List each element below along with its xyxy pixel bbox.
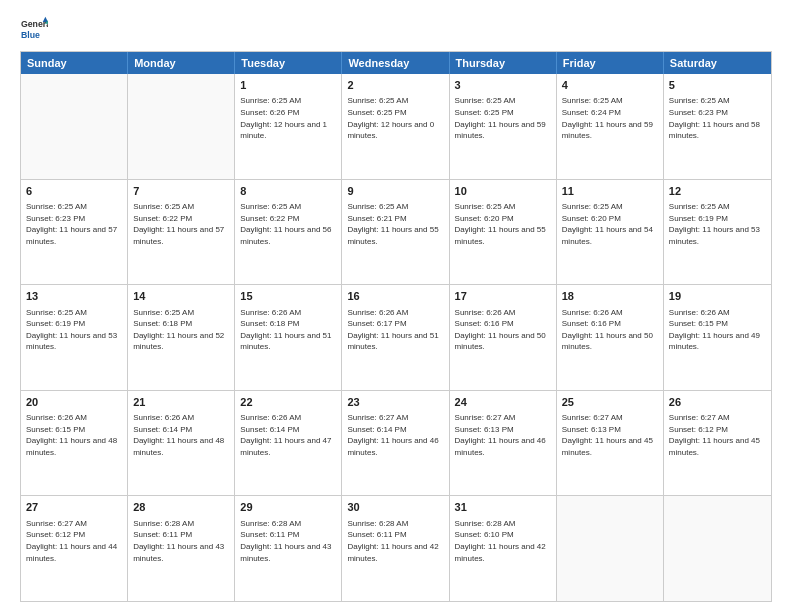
cell-info: Sunrise: 6:28 AMSunset: 6:11 PMDaylight:… (133, 518, 229, 564)
calendar-cell: 13Sunrise: 6:25 AMSunset: 6:19 PMDayligh… (21, 285, 128, 390)
header: General Blue (20, 15, 772, 43)
day-number: 9 (347, 184, 443, 199)
cell-info: Sunrise: 6:25 AMSunset: 6:19 PMDaylight:… (669, 201, 766, 247)
day-number: 1 (240, 78, 336, 93)
calendar-cell: 5Sunrise: 6:25 AMSunset: 6:23 PMDaylight… (664, 74, 771, 179)
calendar-cell: 25Sunrise: 6:27 AMSunset: 6:13 PMDayligh… (557, 391, 664, 496)
header-cell-friday: Friday (557, 52, 664, 74)
cell-info: Sunrise: 6:25 AMSunset: 6:20 PMDaylight:… (455, 201, 551, 247)
day-number: 12 (669, 184, 766, 199)
page: General Blue SundayMondayTuesdayWednesda… (0, 0, 792, 612)
calendar-cell: 8Sunrise: 6:25 AMSunset: 6:22 PMDaylight… (235, 180, 342, 285)
cell-info: Sunrise: 6:25 AMSunset: 6:23 PMDaylight:… (26, 201, 122, 247)
calendar-cell (21, 74, 128, 179)
calendar-cell: 18Sunrise: 6:26 AMSunset: 6:16 PMDayligh… (557, 285, 664, 390)
cell-info: Sunrise: 6:26 AMSunset: 6:17 PMDaylight:… (347, 307, 443, 353)
calendar-cell: 12Sunrise: 6:25 AMSunset: 6:19 PMDayligh… (664, 180, 771, 285)
calendar-row-5: 27Sunrise: 6:27 AMSunset: 6:12 PMDayligh… (21, 496, 771, 601)
calendar-cell: 9Sunrise: 6:25 AMSunset: 6:21 PMDaylight… (342, 180, 449, 285)
day-number: 23 (347, 395, 443, 410)
day-number: 2 (347, 78, 443, 93)
calendar-cell: 3Sunrise: 6:25 AMSunset: 6:25 PMDaylight… (450, 74, 557, 179)
calendar-cell: 14Sunrise: 6:25 AMSunset: 6:18 PMDayligh… (128, 285, 235, 390)
calendar-cell: 30Sunrise: 6:28 AMSunset: 6:11 PMDayligh… (342, 496, 449, 601)
calendar-cell: 1Sunrise: 6:25 AMSunset: 6:26 PMDaylight… (235, 74, 342, 179)
calendar-cell: 10Sunrise: 6:25 AMSunset: 6:20 PMDayligh… (450, 180, 557, 285)
day-number: 20 (26, 395, 122, 410)
day-number: 15 (240, 289, 336, 304)
cell-info: Sunrise: 6:26 AMSunset: 6:16 PMDaylight:… (455, 307, 551, 353)
cell-info: Sunrise: 6:27 AMSunset: 6:12 PMDaylight:… (26, 518, 122, 564)
svg-text:Blue: Blue (21, 30, 40, 40)
cell-info: Sunrise: 6:25 AMSunset: 6:18 PMDaylight:… (133, 307, 229, 353)
calendar-cell: 28Sunrise: 6:28 AMSunset: 6:11 PMDayligh… (128, 496, 235, 601)
calendar-cell: 23Sunrise: 6:27 AMSunset: 6:14 PMDayligh… (342, 391, 449, 496)
day-number: 26 (669, 395, 766, 410)
calendar-cell: 24Sunrise: 6:27 AMSunset: 6:13 PMDayligh… (450, 391, 557, 496)
header-cell-wednesday: Wednesday (342, 52, 449, 74)
cell-info: Sunrise: 6:25 AMSunset: 6:23 PMDaylight:… (669, 95, 766, 141)
day-number: 24 (455, 395, 551, 410)
day-number: 14 (133, 289, 229, 304)
calendar-cell: 11Sunrise: 6:25 AMSunset: 6:20 PMDayligh… (557, 180, 664, 285)
day-number: 25 (562, 395, 658, 410)
day-number: 19 (669, 289, 766, 304)
header-cell-sunday: Sunday (21, 52, 128, 74)
logo: General Blue (20, 15, 48, 43)
calendar-row-1: 1Sunrise: 6:25 AMSunset: 6:26 PMDaylight… (21, 74, 771, 180)
cell-info: Sunrise: 6:25 AMSunset: 6:24 PMDaylight:… (562, 95, 658, 141)
calendar-cell (128, 74, 235, 179)
cell-info: Sunrise: 6:28 AMSunset: 6:10 PMDaylight:… (455, 518, 551, 564)
cell-info: Sunrise: 6:26 AMSunset: 6:15 PMDaylight:… (26, 412, 122, 458)
calendar-row-3: 13Sunrise: 6:25 AMSunset: 6:19 PMDayligh… (21, 285, 771, 391)
day-number: 5 (669, 78, 766, 93)
calendar-cell: 22Sunrise: 6:26 AMSunset: 6:14 PMDayligh… (235, 391, 342, 496)
day-number: 27 (26, 500, 122, 515)
calendar-header: SundayMondayTuesdayWednesdayThursdayFrid… (21, 52, 771, 74)
calendar-cell: 6Sunrise: 6:25 AMSunset: 6:23 PMDaylight… (21, 180, 128, 285)
calendar-row-2: 6Sunrise: 6:25 AMSunset: 6:23 PMDaylight… (21, 180, 771, 286)
calendar-cell: 26Sunrise: 6:27 AMSunset: 6:12 PMDayligh… (664, 391, 771, 496)
day-number: 3 (455, 78, 551, 93)
header-cell-saturday: Saturday (664, 52, 771, 74)
cell-info: Sunrise: 6:25 AMSunset: 6:26 PMDaylight:… (240, 95, 336, 141)
day-number: 28 (133, 500, 229, 515)
calendar-cell (664, 496, 771, 601)
day-number: 30 (347, 500, 443, 515)
day-number: 7 (133, 184, 229, 199)
calendar: SundayMondayTuesdayWednesdayThursdayFrid… (20, 51, 772, 602)
cell-info: Sunrise: 6:28 AMSunset: 6:11 PMDaylight:… (240, 518, 336, 564)
calendar-cell: 17Sunrise: 6:26 AMSunset: 6:16 PMDayligh… (450, 285, 557, 390)
calendar-cell: 4Sunrise: 6:25 AMSunset: 6:24 PMDaylight… (557, 74, 664, 179)
day-number: 18 (562, 289, 658, 304)
logo-icon: General Blue (20, 15, 48, 43)
calendar-cell: 31Sunrise: 6:28 AMSunset: 6:10 PMDayligh… (450, 496, 557, 601)
cell-info: Sunrise: 6:26 AMSunset: 6:15 PMDaylight:… (669, 307, 766, 353)
day-number: 16 (347, 289, 443, 304)
day-number: 31 (455, 500, 551, 515)
day-number: 13 (26, 289, 122, 304)
cell-info: Sunrise: 6:28 AMSunset: 6:11 PMDaylight:… (347, 518, 443, 564)
cell-info: Sunrise: 6:27 AMSunset: 6:13 PMDaylight:… (562, 412, 658, 458)
cell-info: Sunrise: 6:27 AMSunset: 6:14 PMDaylight:… (347, 412, 443, 458)
cell-info: Sunrise: 6:26 AMSunset: 6:14 PMDaylight:… (133, 412, 229, 458)
cell-info: Sunrise: 6:25 AMSunset: 6:22 PMDaylight:… (133, 201, 229, 247)
calendar-cell (557, 496, 664, 601)
cell-info: Sunrise: 6:25 AMSunset: 6:20 PMDaylight:… (562, 201, 658, 247)
calendar-cell: 29Sunrise: 6:28 AMSunset: 6:11 PMDayligh… (235, 496, 342, 601)
cell-info: Sunrise: 6:26 AMSunset: 6:16 PMDaylight:… (562, 307, 658, 353)
header-cell-thursday: Thursday (450, 52, 557, 74)
day-number: 4 (562, 78, 658, 93)
cell-info: Sunrise: 6:25 AMSunset: 6:22 PMDaylight:… (240, 201, 336, 247)
calendar-cell: 7Sunrise: 6:25 AMSunset: 6:22 PMDaylight… (128, 180, 235, 285)
calendar-cell: 20Sunrise: 6:26 AMSunset: 6:15 PMDayligh… (21, 391, 128, 496)
cell-info: Sunrise: 6:26 AMSunset: 6:18 PMDaylight:… (240, 307, 336, 353)
header-cell-monday: Monday (128, 52, 235, 74)
cell-info: Sunrise: 6:25 AMSunset: 6:25 PMDaylight:… (347, 95, 443, 141)
calendar-cell: 21Sunrise: 6:26 AMSunset: 6:14 PMDayligh… (128, 391, 235, 496)
day-number: 17 (455, 289, 551, 304)
cell-info: Sunrise: 6:27 AMSunset: 6:13 PMDaylight:… (455, 412, 551, 458)
cell-info: Sunrise: 6:26 AMSunset: 6:14 PMDaylight:… (240, 412, 336, 458)
day-number: 11 (562, 184, 658, 199)
calendar-body: 1Sunrise: 6:25 AMSunset: 6:26 PMDaylight… (21, 74, 771, 601)
